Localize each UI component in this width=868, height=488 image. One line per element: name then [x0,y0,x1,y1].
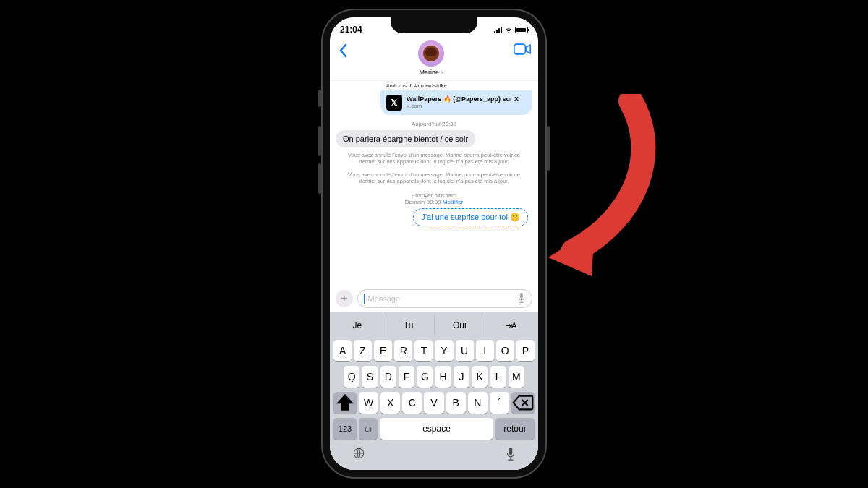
iphone-frame: 21:04 Marine #microsoft #crowdstrike [323,10,545,477]
key[interactable]: R [394,340,412,361]
send-later-edit-button[interactable]: Modifier [443,199,463,205]
key-row-1: A Z E R T Y U I O P [332,340,536,361]
key[interactable]: D [380,366,396,388]
mic-icon[interactable] [506,447,516,464]
key[interactable]: C [402,392,422,414]
suggestion-row: Je Tu Oui ⇥A [332,315,536,335]
avatar [418,40,444,67]
key-row-3: W X C V B N ´ [332,392,536,414]
globe-icon[interactable] [352,447,365,464]
send-later-datetime: Demain 09:00 [405,199,441,205]
key[interactable]: V [424,392,443,414]
suggestion[interactable]: Oui [435,315,486,335]
send-later-time: Demain 09:00 Modifier [336,199,532,205]
key[interactable]: Y [435,340,453,361]
link-title: WallPapers 🔥 (@Papers_app) sur X [407,96,519,103]
scheduled-message[interactable]: J'ai une surprise pour toi 🤫 [413,208,528,226]
emoji-key[interactable]: ☺ [359,418,378,440]
key[interactable]: K [472,366,488,388]
message-input[interactable]: iMessage [357,289,532,308]
timestamp: Aujourd'hui 20:38 [336,121,532,127]
keyboard-bottom-bar [332,440,536,466]
key[interactable]: O [496,340,514,361]
shift-key[interactable] [333,392,357,414]
key[interactable]: M [509,366,524,388]
suggestion[interactable]: Tu [383,315,435,335]
system-message: Vous avez annulé l'envoi d'un message. M… [336,168,532,188]
suggestion-autofill[interactable]: ⇥A [485,315,536,335]
contact-info[interactable]: Marine [418,40,444,76]
key[interactable]: X [380,392,400,414]
key[interactable]: W [359,392,378,414]
numeric-key[interactable]: 123 [333,418,357,440]
link-preview-card[interactable]: 𝕏 WallPapers 🔥 (@Papers_app) sur X x.com [380,90,532,115]
key[interactable]: A [333,340,352,361]
wifi-icon [504,25,513,34]
key[interactable]: H [435,366,451,388]
key[interactable]: G [417,366,433,388]
phone-side-button-vol-down [318,163,321,194]
text-cursor [364,294,365,304]
chat-body[interactable]: #microsoft #crowdstrike 𝕏 WallPapers 🔥 (… [330,81,538,286]
battery-icon [515,27,528,33]
x-twitter-icon: 𝕏 [386,95,402,111]
key[interactable]: B [446,392,466,414]
svg-rect-3 [509,448,513,455]
chat-header: Marine [330,39,538,81]
attach-button[interactable]: + [336,290,353,307]
key[interactable]: S [362,366,378,388]
incoming-message[interactable]: On parlera épargne bientot / ce soir [336,130,475,147]
contact-name: Marine [419,69,443,76]
dictate-icon[interactable] [517,292,526,305]
annotation-arrow [544,94,660,282]
key[interactable]: Q [344,366,359,388]
phone-side-button-silent [318,90,321,107]
key[interactable]: ´ [490,392,509,414]
link-subtitle: x.com [407,103,519,109]
send-later-label: Envoyer plus tard [336,192,532,199]
back-button[interactable] [337,40,349,62]
keyboard: Je Tu Oui ⇥A A Z E R T Y U I O P Q S D [330,312,538,470]
return-key[interactable]: retour [495,418,535,440]
key[interactable]: E [374,340,392,361]
screen: 21:04 Marine #microsoft #crowdstrike [330,17,538,470]
phone-side-button-vol-up [318,126,321,156]
status-right [494,25,528,34]
key[interactable]: I [476,340,494,361]
key[interactable]: N [468,392,488,414]
space-key[interactable]: espace [380,418,493,440]
key[interactable]: T [414,340,433,361]
svg-rect-0 [514,44,525,54]
compose-bar: + iMessage [330,286,538,312]
key[interactable]: U [456,340,474,361]
message-placeholder: iMessage [366,294,400,303]
system-message: Vous avez annulé l'envoi d'un message. M… [336,149,532,168]
key[interactable]: Z [354,340,372,361]
facetime-button[interactable] [514,40,531,58]
key-row-2: Q S D F G H J K L M [332,366,536,388]
key-row-4: 123 ☺ espace retour [332,418,536,440]
key[interactable]: L [490,366,506,388]
key[interactable]: F [399,366,414,388]
cutoff-message-text: #microsoft #crowdstrike [380,82,532,89]
backspace-key[interactable] [511,392,535,414]
iphone-notch [391,17,477,33]
signal-icon [494,27,502,33]
svg-rect-1 [520,293,523,299]
key[interactable]: J [454,366,469,388]
suggestion[interactable]: Je [332,315,383,335]
status-time: 21:04 [340,25,362,35]
key[interactable]: P [516,340,535,361]
